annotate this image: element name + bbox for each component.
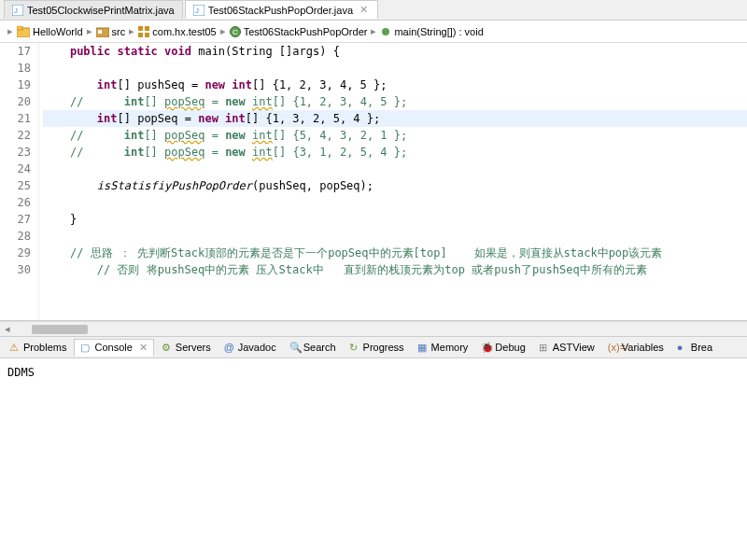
- panel-tab-debug[interactable]: 🐞Debug: [475, 340, 530, 355]
- console-line: DDMS: [7, 366, 740, 379]
- panel-tab-label: Console: [94, 342, 132, 353]
- scroll-left-icon[interactable]: ◂: [0, 323, 15, 335]
- chevron-right-icon: ▸: [87, 25, 92, 37]
- panel-tab-label: Variables: [622, 342, 664, 353]
- tab-active[interactable]: J Test06StackPushPopOrder.java ✕: [185, 0, 378, 19]
- panel-tab-label: Debug: [495, 342, 525, 353]
- panel-tab-problems[interactable]: ⚠Problems: [4, 340, 72, 355]
- code-line[interactable]: }: [43, 211, 747, 228]
- close-icon[interactable]: ✕: [357, 4, 370, 17]
- progress-icon: ↻: [349, 342, 360, 353]
- panel-tab-memory[interactable]: ▦Memory: [412, 340, 474, 355]
- panel-tab-label: Search: [303, 342, 336, 353]
- java-file-icon: J: [12, 5, 23, 16]
- svg-rect-8: [138, 26, 143, 31]
- code-line[interactable]: isStatisfiyPushPopOrder(pushSeq, popSeq)…: [43, 177, 747, 194]
- editor-tabs: J Test05ClockwisePrintMatrix.java J Test…: [0, 0, 747, 21]
- chevron-right-icon: ▸: [7, 25, 13, 37]
- breadcrumb-method[interactable]: main(String[]) : void: [380, 26, 483, 37]
- brea-icon: ●: [677, 342, 688, 353]
- code-line[interactable]: [43, 60, 747, 77]
- chevron-right-icon: ▸: [220, 25, 226, 37]
- breadcrumb-package[interactable]: com.hx.test05: [138, 26, 216, 37]
- code-line[interactable]: // int[] popSeq = new int[] {5, 4, 3, 2,…: [43, 127, 747, 144]
- code-line[interactable]: int[] pushSeq = new int[] {1, 2, 3, 4, 5…: [43, 77, 747, 93]
- panel-tab-brea[interactable]: ●Brea: [671, 340, 718, 355]
- java-file-icon: J: [193, 5, 204, 16]
- svg-rect-9: [145, 26, 149, 31]
- memory-icon: ▦: [417, 342, 429, 353]
- code-editor[interactable]: 1718192021222324252627282930 public stat…: [0, 43, 747, 321]
- servers-icon: ⚙: [162, 342, 173, 353]
- panel-tab-label: ASTView: [553, 342, 595, 353]
- tab-inactive[interactable]: J Test05ClockwisePrintMatrix.java: [4, 0, 183, 19]
- scrollbar-thumb[interactable]: [32, 325, 88, 334]
- code-line[interactable]: // int[] popSeq = new int[] {3, 1, 2, 5,…: [43, 144, 747, 161]
- code-line[interactable]: [43, 161, 747, 177]
- javadoc-icon: @: [224, 342, 235, 353]
- line-number-gutter: 1718192021222324252627282930: [0, 43, 39, 320]
- svg-text:C: C: [233, 28, 238, 36]
- console-output[interactable]: DDMS: [0, 358, 747, 560]
- panel-tab-label: Problems: [23, 342, 66, 353]
- panel-tab-variables[interactable]: (x)=Variables: [602, 340, 669, 355]
- panel-tab-label: Javadoc: [238, 342, 276, 353]
- tab-label: Test06StackPushPopOrder.java: [208, 5, 353, 16]
- panel-tab-astview[interactable]: ⊞ASTView: [533, 340, 600, 355]
- panel-tab-label: Memory: [431, 342, 469, 353]
- code-line[interactable]: [43, 228, 747, 245]
- svg-rect-11: [145, 33, 149, 37]
- code-line[interactable]: int[] popSeq = new int[] {1, 3, 2, 5, 4 …: [43, 110, 747, 127]
- chevron-right-icon: ▸: [371, 25, 376, 37]
- code-line[interactable]: // 思路 ： 先判断Stack顶部的元素是否是下一个popSeq中的元素[to…: [43, 245, 747, 261]
- svg-text:J: J: [195, 7, 199, 15]
- close-icon[interactable]: ✕: [139, 342, 148, 354]
- panel-tab-javadoc[interactable]: @Javadoc: [218, 340, 282, 355]
- breadcrumb-src[interactable]: src: [96, 26, 126, 37]
- svg-rect-7: [98, 30, 102, 34]
- svg-rect-5: [17, 26, 22, 30]
- tab-label: Test05ClockwisePrintMatrix.java: [27, 5, 175, 16]
- vars-icon: (x)=: [608, 342, 619, 353]
- search-icon: 🔍: [289, 342, 301, 353]
- breadcrumb: ▸ HelloWorld ▸ src ▸ com.hx.test05 ▸ C T…: [0, 21, 747, 43]
- breadcrumb-project[interactable]: HelloWorld: [17, 26, 83, 37]
- svg-text:J: J: [14, 7, 18, 15]
- panel-tab-label: Brea: [691, 342, 712, 353]
- code-line[interactable]: public static void main(String []args) {: [43, 43, 747, 60]
- panel-tab-servers[interactable]: ⚙Servers: [156, 340, 217, 355]
- svg-rect-10: [138, 33, 143, 37]
- chevron-right-icon: ▸: [129, 25, 134, 37]
- panel-tab-label: Servers: [176, 342, 211, 353]
- debug-icon: 🐞: [481, 342, 492, 353]
- panel-tab-label: Progress: [363, 342, 404, 353]
- breadcrumb-class[interactable]: C Test06StackPushPopOrder: [230, 26, 368, 37]
- horizontal-scrollbar[interactable]: ◂: [0, 321, 747, 336]
- code-line[interactable]: [43, 194, 747, 211]
- svg-point-14: [382, 28, 389, 35]
- bottom-panel-tabs: ⚠Problems▢Console✕⚙Servers@Javadoc🔍Searc…: [0, 336, 747, 358]
- panel-tab-search[interactable]: 🔍Search: [284, 340, 342, 355]
- ast-icon: ⊞: [539, 342, 550, 353]
- code-line[interactable]: // int[] popSeq = new int[] {1, 2, 3, 4,…: [43, 93, 747, 110]
- console-icon: ▢: [80, 342, 92, 353]
- code-line[interactable]: // 否则 将pushSeq中的元素 压入Stack中 直到新的栈顶元素为top…: [43, 261, 747, 278]
- panel-tab-console[interactable]: ▢Console✕: [74, 339, 153, 357]
- problems-icon: ⚠: [9, 342, 21, 353]
- panel-tab-progress[interactable]: ↻Progress: [344, 340, 410, 355]
- code-area[interactable]: public static void main(String []args) {…: [39, 43, 747, 320]
